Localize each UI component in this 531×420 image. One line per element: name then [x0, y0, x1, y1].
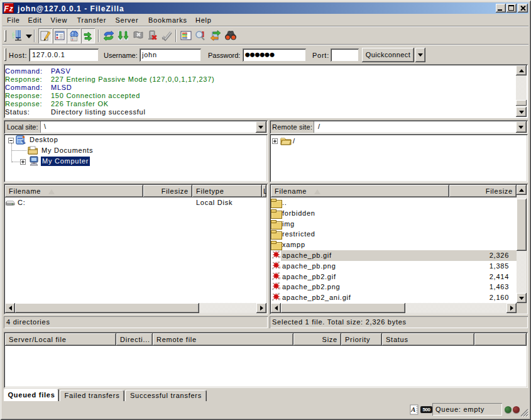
svg-text:Fz: Fz — [4, 4, 14, 13]
svg-text:A: A — [410, 406, 416, 413]
